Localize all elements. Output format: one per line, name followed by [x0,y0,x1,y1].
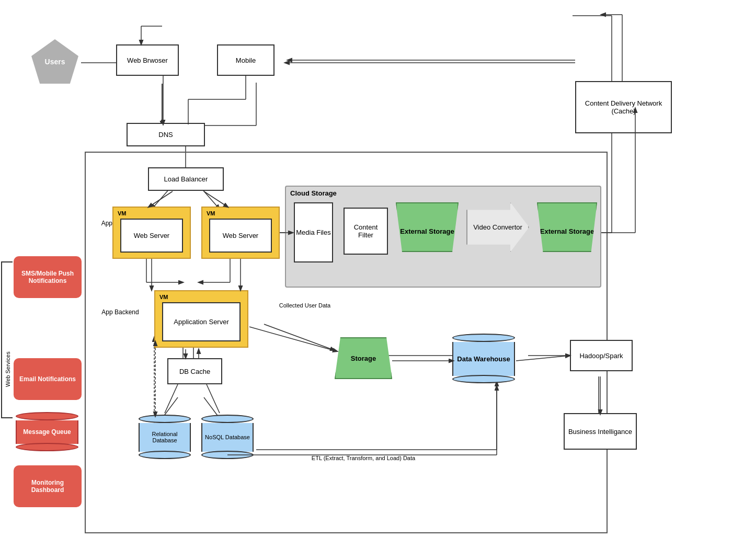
app-server-label: Application Server [174,318,229,326]
monitoring-dashboard-label: Monitoring Dashboard [17,479,78,494]
nosql-db-body: NoSQL Database [201,423,254,452]
data-warehouse-label: Data Warehouse [457,355,510,363]
diagram-container: Users Web Brwoser Mobile DNS Content Del… [0,0,732,560]
relational-db-bottom [139,451,191,459]
message-queue-label: Message Queue [23,428,71,436]
vm1-label: VM [118,210,127,216]
external-storage1-label: External Storage [400,220,454,235]
dns-box: DNS [127,123,205,146]
hadoop-spark-label: Hadoop/Spark [579,352,623,360]
cloud-storage-box: Cloud Storage Media Files Content Filter… [285,186,601,288]
sms-push-btn[interactable]: SMS/Mobile Push Notifications [14,256,82,298]
db-cache-label: DB Cache [179,368,210,375]
hadoop-spark-box: Hadoop/Spark [570,340,633,371]
sms-push-label: SMS/Mobile Push Notifications [17,270,78,284]
collected-user-data-label: Collected User Data [263,302,347,308]
db-cache-box: DB Cache [167,358,222,384]
nosql-db-bottom [201,451,254,459]
video-convertor-node: Video Convertor [466,202,529,252]
web-browser-box: Web Brwoser [116,44,179,76]
external-storage2-label: External Storage [540,220,594,235]
data-warehouse-node: Data Warehouse [452,332,515,384]
storage-label: Storage [351,355,376,362]
media-files-box: Media Files [294,202,333,262]
nosql-db-node: NoSQL Database [201,413,254,460]
users-label: Users [45,58,65,66]
nosql-db-label: NoSQL Database [205,434,250,440]
monitoring-dashboard-btn[interactable]: Monitoring Dashboard [14,465,82,507]
load-balancer-label: Load Balancer [164,175,208,183]
vm-app-label: VM [159,294,168,300]
web-server1-label: Web Server [134,232,169,239]
vm-app-box: VM Application Server [154,290,248,348]
web-browser-label: Web Brwoser [127,56,168,64]
content-filter-box: Content Filter [344,208,388,255]
users-node: Users [31,39,78,84]
vm-web1-box: VM Web Server [112,207,191,259]
content-filter-label: Content Filter [347,223,385,239]
web-services-label: Web Services [3,293,13,387]
dns-label: DNS [158,131,173,139]
media-files-label: Media Files [296,228,330,236]
mq-bottom [16,443,78,451]
video-convertor-label: Video Convertor [473,223,522,231]
cdn-box: Content Delivery Network (Cache) [575,81,672,133]
mobile-box: Mobile [217,44,274,76]
dw-bottom [452,375,515,383]
message-queue-node[interactable]: Message Queue [16,410,78,452]
vm2-label: VM [207,210,215,216]
relational-db-label: Relational Database [142,431,188,443]
web-server2-label: Web Server [223,232,258,239]
business-intelligence-box: Business Intelligance [564,413,637,450]
cloud-storage-label: Cloud Storage [290,189,337,197]
etl-label: ETL (Extract, Transform, and Load) Data [259,455,468,461]
vm-web2-box: VM Web Server [201,207,280,259]
external-storage2-node: External Storage [537,202,597,252]
mq-top [16,412,78,420]
cdn-label: Content Delivery Network (Cache) [578,99,669,115]
business-intelligence-label: Business Intelligance [568,428,632,436]
external-storage1-node: External Storage [396,202,459,252]
dw-body: Data Warehouse [452,342,515,376]
relational-db-node: Relational Database [139,413,191,460]
nosql-db-top [201,415,254,423]
relational-db-body: Relational Database [139,423,191,452]
email-notifications-btn[interactable]: Email Notifications [14,358,82,400]
mq-body: Message Queue [16,420,78,444]
mobile-label: Mobile [236,56,256,64]
dw-top [452,334,515,342]
app-backend-label: App Backend [99,308,141,316]
storage-node: Storage [335,337,392,379]
email-notifications-label: Email Notifications [19,375,76,383]
load-balancer-box: Load Balancer [148,167,224,191]
relational-db-top [139,415,191,423]
